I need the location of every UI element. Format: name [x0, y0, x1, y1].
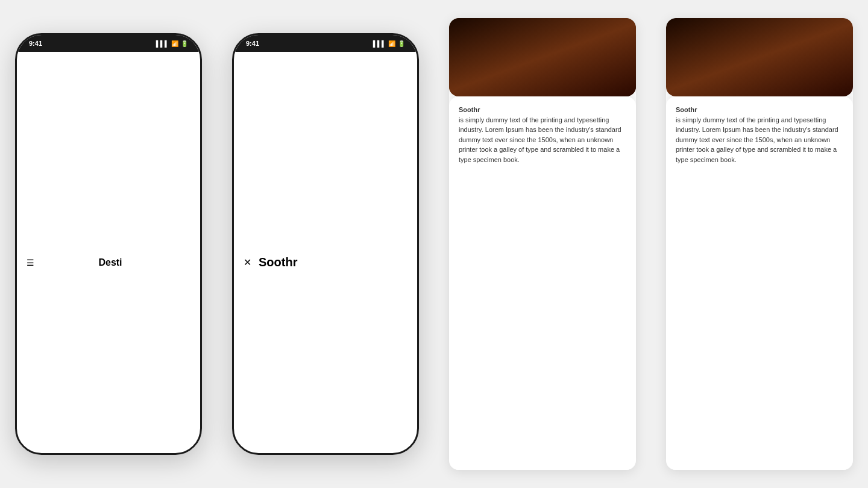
panel3-scroll: Soothr is simply dummy text of the print… — [449, 96, 636, 470]
time-display-2: 9:41 — [246, 40, 259, 47]
panel4-hero — [666, 18, 853, 96]
time-display-1: 9:41 — [29, 40, 42, 47]
wifi-icon-2: 📶 — [388, 40, 395, 47]
battery-icon-2: 🔋 — [398, 40, 405, 47]
nav-bar-1: ☰ Desti — [17, 52, 202, 455]
panel-surrounding: Soothr is simply dummy text of the print… — [449, 18, 636, 470]
panel-route: Soothr is simply dummy text of the print… — [666, 18, 853, 470]
battery-icon: 🔋 — [181, 40, 188, 47]
menu-icon[interactable]: ☰ — [27, 258, 34, 267]
app-title-1: Desti — [98, 257, 122, 268]
venue-name: Soothr — [259, 255, 297, 269]
panel4-description: Soothr is simply dummy text of the print… — [666, 96, 853, 470]
phone-screen-2: 9:41 ▌▌▌ 📶 🔋 ✕ Soothr 4.6 ★★★★★ East 13t… — [232, 33, 419, 455]
signal-icon: ▌▌▌ — [156, 40, 169, 47]
status-bar-1: 9:41 ▌▌▌ 📶 🔋 — [17, 35, 200, 52]
panel4-scroll: Soothr is simply dummy text of the print… — [666, 96, 853, 470]
close-icon[interactable]: ✕ — [244, 257, 251, 268]
signal-icon-2: ▌▌▌ — [373, 40, 386, 47]
wifi-icon: 📶 — [171, 40, 178, 47]
venue-header: ✕ Soothr — [234, 52, 419, 455]
panel3-description: Soothr is simply dummy text of the print… — [449, 96, 636, 470]
phone-screen-1: 9:41 ▌▌▌ 📶 🔋 ☰ Desti ALL SAVOR SIGHT PAR… — [15, 33, 202, 455]
status-icons-1: ▌▌▌ 📶 🔋 — [156, 40, 188, 47]
status-icons-2: ▌▌▌ 📶 🔋 — [373, 40, 405, 47]
panel3-hero — [449, 18, 636, 96]
status-bar-2: 9:41 ▌▌▌ 📶 🔋 — [234, 35, 417, 52]
